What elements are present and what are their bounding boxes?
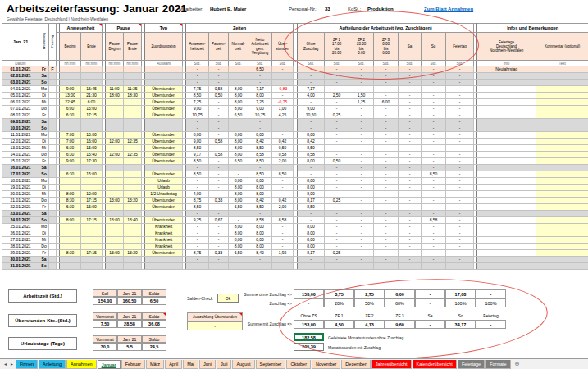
cell-kommentar[interactable] bbox=[536, 152, 588, 158]
cell-ende[interactable]: 17:15 bbox=[81, 250, 103, 257]
cell-kommentar[interactable] bbox=[536, 257, 588, 263]
cell-zuordnungstyp[interactable]: Urlaub bbox=[145, 184, 183, 191]
cell-kommentar[interactable] bbox=[536, 80, 588, 86]
cell-pause-beginn[interactable] bbox=[106, 257, 124, 263]
cell-zuordnungstyp[interactable]: Überstunden bbox=[145, 158, 183, 165]
cell-pause-ende[interactable] bbox=[124, 184, 142, 191]
cell-ende[interactable]: 21:30 bbox=[81, 93, 103, 99]
cell-beginn[interactable] bbox=[60, 224, 81, 230]
cell-beginn[interactable]: 6:30 bbox=[60, 112, 81, 119]
cell-zuordnungstyp[interactable]: 1/2 Urlaubstag bbox=[145, 191, 183, 198]
cell-ende[interactable] bbox=[81, 184, 103, 191]
cell-beginn[interactable] bbox=[60, 263, 81, 270]
cell-ende[interactable]: 12:00 bbox=[81, 191, 103, 198]
cell-pause-ende[interactable] bbox=[124, 171, 142, 178]
sheet-tab-märz[interactable]: März bbox=[146, 360, 164, 369]
cell-kommentar[interactable] bbox=[536, 263, 588, 270]
cell-ende[interactable]: 15:00 bbox=[81, 132, 103, 139]
cell-kommentar[interactable] bbox=[536, 211, 588, 217]
cell-ende[interactable] bbox=[81, 125, 103, 132]
cell-beginn[interactable] bbox=[60, 80, 81, 86]
sheet-tab-januar[interactable]: Januar bbox=[98, 360, 121, 369]
cell-beginn[interactable]: 6:30 bbox=[60, 204, 81, 211]
cell-pause-ende[interactable] bbox=[124, 230, 142, 237]
cell-ende[interactable]: 17:30 bbox=[81, 158, 103, 165]
cell-pause-beginn[interactable] bbox=[106, 230, 124, 237]
cell-pause-beginn[interactable] bbox=[106, 224, 124, 230]
cell-ende[interactable]: 17:15 bbox=[81, 217, 103, 224]
cell-zuordnungstyp[interactable]: Überstunden bbox=[145, 99, 183, 106]
cell-kommentar[interactable] bbox=[536, 99, 588, 106]
cell-ende[interactable] bbox=[81, 230, 103, 237]
cell-pause-beginn[interactable]: 11:00 bbox=[106, 86, 124, 93]
cell-ende[interactable] bbox=[81, 244, 103, 250]
sheet-tab-firmen[interactable]: Firmen bbox=[16, 360, 38, 369]
cell-beginn[interactable] bbox=[60, 211, 81, 217]
cell-kommentar[interactable] bbox=[536, 93, 588, 99]
sheet-tab-dezember[interactable]: Dezember bbox=[341, 360, 370, 369]
cell-pause-ende[interactable] bbox=[124, 132, 142, 139]
cell-kommentar[interactable] bbox=[536, 230, 588, 237]
sheet-tab-september[interactable]: September bbox=[256, 360, 286, 369]
cell-beginn[interactable]: 6:30 bbox=[60, 171, 81, 178]
cell-zuordnungstyp[interactable]: Überstunden bbox=[145, 198, 183, 204]
cell-pause-beginn[interactable] bbox=[106, 125, 124, 132]
sheet-tab-annahmen[interactable]: Annahmen bbox=[66, 360, 97, 369]
cell-kommentar[interactable] bbox=[536, 145, 588, 152]
cell-kommentar[interactable] bbox=[536, 237, 588, 244]
cell-beginn[interactable]: 8:30 bbox=[60, 250, 81, 257]
cell-pause-ende[interactable] bbox=[124, 257, 142, 263]
cell-kommentar[interactable] bbox=[536, 73, 588, 80]
cell-beginn[interactable]: 7:00 bbox=[60, 132, 81, 139]
cell-pause-beginn[interactable] bbox=[106, 204, 124, 211]
cell-ende[interactable]: 15:00 bbox=[81, 106, 103, 112]
cell-beginn[interactable]: 9:00 bbox=[60, 86, 81, 93]
cell-beginn[interactable] bbox=[60, 244, 81, 250]
cell-pause-beginn[interactable] bbox=[106, 263, 124, 270]
cell-pause-ende[interactable]: 13:40 bbox=[124, 217, 142, 224]
cell-kommentar[interactable] bbox=[536, 224, 588, 230]
cell-beginn[interactable] bbox=[60, 257, 81, 263]
cell-beginn[interactable] bbox=[60, 119, 81, 125]
cell-kommentar[interactable] bbox=[536, 198, 588, 204]
cell-kommentar[interactable] bbox=[536, 250, 588, 257]
cell-pause-beginn[interactable]: 13:00 bbox=[106, 198, 124, 204]
cell-zuordnungstyp[interactable]: Überstunden bbox=[145, 106, 183, 112]
cell-ende[interactable]: 16:45 bbox=[81, 86, 103, 93]
cell-kommentar[interactable] bbox=[536, 191, 588, 198]
cell-beginn[interactable]: 6:30 bbox=[60, 145, 81, 152]
cell-pause-beginn[interactable] bbox=[106, 119, 124, 125]
cell-beginn[interactable]: 22:45 bbox=[60, 99, 81, 106]
cell-beginn[interactable]: 13:00 bbox=[60, 93, 81, 99]
cell-pause-ende[interactable] bbox=[124, 125, 142, 132]
cell-kommentar[interactable] bbox=[536, 171, 588, 178]
cell-zuordnungstyp[interactable]: Überstunden bbox=[145, 93, 183, 99]
cell-kommentar[interactable] bbox=[536, 217, 588, 224]
cell-pause-ende[interactable] bbox=[124, 106, 142, 112]
cell-kommentar[interactable] bbox=[536, 86, 588, 93]
cell-kommentar[interactable] bbox=[536, 66, 588, 73]
cell-kommentar[interactable] bbox=[536, 178, 588, 184]
cell-pause-beginn[interactable] bbox=[106, 73, 124, 80]
cell-pause-beginn[interactable] bbox=[106, 178, 124, 184]
cell-ende[interactable] bbox=[81, 224, 103, 230]
sheet-tab-mai[interactable]: Mai bbox=[183, 360, 198, 369]
cell-pause-ende[interactable]: 13:20 bbox=[124, 250, 142, 257]
cell-zuordnungstyp[interactable]: Krankheit bbox=[145, 237, 183, 244]
cell-zuordnungstyp[interactable] bbox=[145, 119, 183, 125]
sheet-tab-feiertage[interactable]: Feiertage bbox=[458, 360, 485, 369]
cell-pause-ende[interactable] bbox=[124, 263, 142, 270]
cell-zuordnungstyp[interactable]: Überstunden bbox=[145, 132, 183, 139]
cell-pause-beginn[interactable] bbox=[106, 132, 124, 139]
cell-zuordnungstyp[interactable]: Überstunden bbox=[145, 171, 183, 178]
cell-pause-beginn[interactable] bbox=[106, 80, 124, 86]
sheet-tab-november[interactable]: November bbox=[312, 360, 340, 369]
cell-zuordnungstyp[interactable] bbox=[145, 165, 183, 171]
cell-kommentar[interactable] bbox=[536, 132, 588, 139]
cell-pause-ende[interactable] bbox=[124, 80, 142, 86]
cell-beginn[interactable]: 6:30 bbox=[60, 152, 81, 158]
cell-zuordnungstyp[interactable] bbox=[145, 73, 183, 80]
tab-scroll-left-icon[interactable]: ◄ bbox=[2, 362, 8, 367]
cell-pause-ende[interactable]: 11:35 bbox=[124, 86, 142, 93]
cell-pause-beginn[interactable] bbox=[106, 165, 124, 171]
